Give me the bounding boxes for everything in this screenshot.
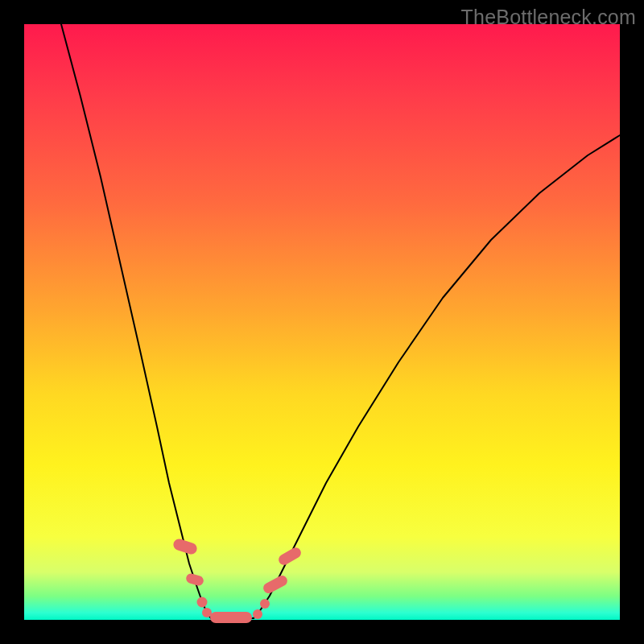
marker-pill-8 bbox=[277, 546, 303, 567]
series-right-branch bbox=[254, 135, 620, 618]
marker-pill-7 bbox=[262, 574, 289, 596]
chart-frame: TheBottleneck.com bbox=[0, 0, 644, 644]
marker-dot-3 bbox=[202, 608, 212, 617]
plot-area bbox=[24, 24, 620, 620]
curve-svg bbox=[24, 24, 620, 620]
series-left-branch bbox=[61, 24, 211, 618]
marker-pill-4 bbox=[210, 612, 252, 623]
marker-pill-0 bbox=[172, 538, 199, 556]
marker-dot-5 bbox=[253, 609, 262, 619]
marker-dot-6 bbox=[260, 599, 270, 609]
marker-pill-1 bbox=[185, 572, 204, 587]
marker-dot-2 bbox=[197, 597, 208, 608]
